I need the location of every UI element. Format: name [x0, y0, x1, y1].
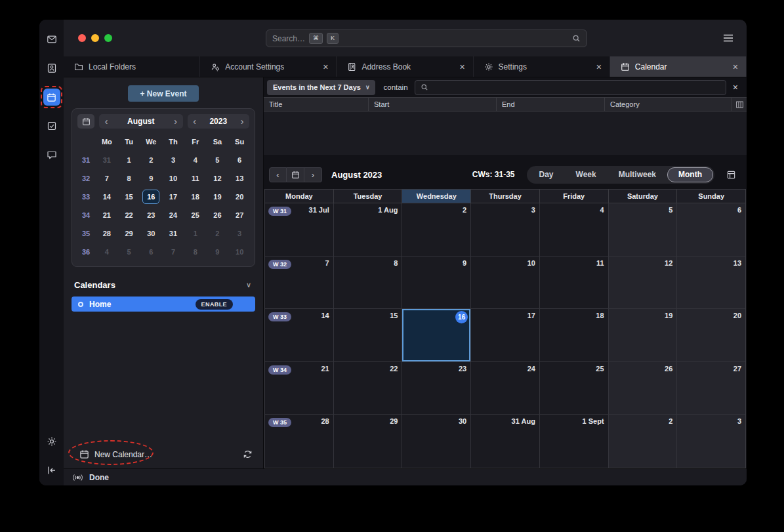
day-cell[interactable]: W 327 — [265, 256, 334, 310]
column-header-title[interactable]: Title — [264, 98, 369, 111]
day-cell[interactable]: 24 — [471, 362, 540, 415]
mini-day[interactable]: 13 — [231, 171, 248, 186]
mini-day[interactable]: 6 — [142, 245, 159, 259]
next-period-button[interactable]: › — [304, 167, 322, 182]
day-cell[interactable]: 18 — [540, 309, 609, 362]
mini-day[interactable]: 10 — [165, 171, 182, 186]
mini-day[interactable]: 7 — [98, 171, 115, 186]
mini-day[interactable]: 4 — [187, 153, 204, 167]
column-header-category[interactable]: Category — [605, 98, 732, 111]
day-cell[interactable]: W 3131 Jul — [265, 203, 334, 256]
day-cell[interactable]: W 3314 — [265, 309, 334, 362]
calendars-section-header[interactable]: Calendars ∨ — [64, 267, 263, 297]
mini-day[interactable]: 6 — [231, 153, 248, 167]
mini-day[interactable]: 10 — [231, 245, 248, 259]
rail-collapse-button[interactable] — [43, 462, 60, 479]
column-header-start[interactable]: Start — [369, 98, 497, 111]
day-cell[interactable]: 2 — [402, 203, 471, 256]
mini-day[interactable]: 14 — [98, 190, 115, 204]
day-cell[interactable]: 15 — [334, 309, 403, 362]
tab-address-book[interactable]: Address Book× — [337, 56, 473, 77]
day-cell[interactable]: W 3421 — [265, 362, 334, 415]
tab-calendar[interactable]: Calendar× — [610, 56, 747, 77]
mini-day[interactable]: 9 — [142, 171, 159, 186]
mini-day[interactable]: 21 — [98, 208, 115, 222]
mini-day[interactable]: 18 — [187, 190, 204, 204]
mini-day[interactable]: 27 — [231, 208, 248, 222]
mini-day[interactable]: 2 — [142, 153, 159, 167]
mini-day[interactable]: 20 — [231, 190, 248, 204]
day-cell[interactable]: 9 — [402, 256, 471, 310]
mini-day[interactable]: 19 — [209, 190, 226, 204]
tab-account-settings[interactable]: Account Settings× — [200, 56, 337, 77]
next-year-button[interactable]: › — [235, 114, 249, 129]
rail-settings-button[interactable] — [43, 433, 60, 450]
prev-month-button[interactable]: ‹ — [99, 114, 113, 129]
rail-mail-button[interactable] — [43, 31, 60, 48]
rail-address-book-button[interactable] — [43, 60, 60, 77]
mini-day[interactable]: 3 — [165, 153, 182, 167]
view-month-button[interactable]: Month — [667, 167, 713, 182]
day-cell[interactable]: 29 — [334, 415, 403, 468]
day-cell[interactable]: 20 — [677, 309, 745, 362]
mini-day[interactable]: 7 — [165, 245, 182, 259]
mini-day[interactable]: 31 — [165, 226, 182, 241]
day-cell[interactable]: 10 — [471, 256, 540, 310]
calendar-list-item-home[interactable]: Home ENABLE — [72, 297, 255, 312]
mini-day[interactable]: 23 — [142, 208, 159, 222]
day-cell[interactable]: 11 — [540, 256, 609, 310]
day-cell[interactable]: 22 — [334, 362, 403, 415]
mini-day[interactable]: 11 — [187, 171, 204, 186]
minimize-window-button[interactable] — [91, 34, 99, 42]
rail-tasks-button[interactable] — [43, 117, 60, 134]
enable-badge[interactable]: ENABLE — [196, 299, 233, 310]
mini-day[interactable]: 26 — [209, 208, 226, 222]
event-filter-dropdown[interactable]: Events in the Next 7 Days ∨ — [267, 80, 375, 95]
day-cell[interactable]: 4 — [540, 203, 609, 256]
column-picker-icon[interactable] — [732, 98, 747, 111]
tab-local-folders[interactable]: Local Folders — [64, 56, 200, 77]
rotate-view-button[interactable] — [726, 170, 736, 180]
rail-chat-button[interactable] — [43, 146, 60, 163]
close-tab-icon[interactable]: × — [458, 62, 466, 72]
rail-calendar-button[interactable] — [43, 89, 60, 106]
mini-day[interactable]: 28 — [98, 226, 115, 241]
close-window-button[interactable] — [78, 34, 86, 42]
next-month-button[interactable]: › — [169, 114, 183, 129]
prev-period-button[interactable]: ‹ — [269, 167, 287, 182]
mini-day[interactable]: 1 — [121, 153, 138, 167]
mini-day[interactable]: 24 — [165, 208, 182, 222]
day-cell[interactable]: 1 Aug — [334, 203, 403, 256]
view-day-button[interactable]: Day — [528, 167, 565, 182]
column-header-end[interactable]: End — [497, 98, 605, 111]
day-cell[interactable]: 6 — [677, 203, 745, 256]
sync-icon[interactable] — [243, 449, 253, 459]
close-tab-icon[interactable]: × — [595, 62, 603, 72]
mini-day[interactable]: 5 — [209, 153, 226, 167]
day-cell-today[interactable]: 16 — [402, 309, 471, 362]
mini-day[interactable]: 22 — [121, 208, 138, 222]
mini-day[interactable]: 8 — [187, 245, 204, 259]
mini-day[interactable]: 9 — [209, 245, 226, 259]
mini-day[interactable]: 31 — [98, 153, 115, 167]
mini-day[interactable]: 30 — [142, 226, 159, 241]
day-cell[interactable]: 8 — [334, 256, 403, 310]
mini-day[interactable]: 29 — [121, 226, 138, 241]
day-cell[interactable]: 27 — [677, 362, 745, 415]
new-calendar-row[interactable]: New Calendar… — [64, 449, 263, 468]
close-tab-icon[interactable]: × — [321, 62, 329, 72]
day-cell[interactable]: 1 Sept — [540, 415, 609, 468]
day-cell[interactable]: 31 Aug — [471, 415, 540, 468]
day-cell[interactable]: 2 — [609, 415, 678, 468]
prev-year-button[interactable]: ‹ — [188, 114, 202, 129]
maximize-window-button[interactable] — [104, 34, 112, 42]
event-search-field[interactable] — [432, 83, 720, 91]
mini-day[interactable]: 2 — [209, 226, 226, 241]
mini-day[interactable]: 3 — [231, 226, 248, 241]
day-cell[interactable]: 19 — [609, 309, 678, 362]
day-cell[interactable]: 23 — [402, 362, 471, 415]
day-cell[interactable]: 26 — [609, 362, 678, 415]
new-event-button[interactable]: + New Event — [128, 85, 199, 102]
day-cell[interactable]: 30 — [402, 415, 471, 468]
close-filter-icon[interactable]: × — [733, 83, 738, 92]
